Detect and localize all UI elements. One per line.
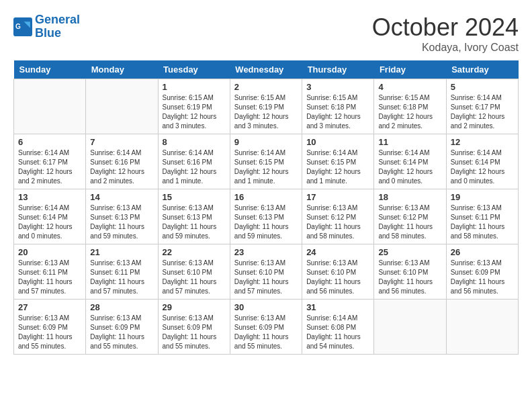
day-info: Sunrise: 6:14 AM Sunset: 6:08 PM Dayligh… <box>306 314 369 351</box>
day-number: 11 <box>378 137 441 147</box>
day-info: Sunrise: 6:13 AM Sunset: 6:09 PM Dayligh… <box>18 314 81 351</box>
calendar-cell <box>446 300 518 355</box>
col-saturday: Saturday <box>446 60 518 79</box>
calendar-cell: 14Sunrise: 6:13 AM Sunset: 6:13 PM Dayli… <box>86 189 158 244</box>
calendar-header: Sunday Monday Tuesday Wednesday Thursday… <box>14 60 519 79</box>
day-info: Sunrise: 6:14 AM Sunset: 6:15 PM Dayligh… <box>306 148 369 186</box>
day-info: Sunrise: 6:15 AM Sunset: 6:19 PM Dayligh… <box>234 93 298 131</box>
day-number: 1 <box>163 82 226 92</box>
day-info: Sunrise: 6:14 AM Sunset: 6:15 PM Dayligh… <box>234 148 298 186</box>
day-number: 18 <box>378 192 441 202</box>
calendar-cell: 25Sunrise: 6:13 AM Sunset: 6:10 PM Dayli… <box>374 244 446 300</box>
day-info: Sunrise: 6:13 AM Sunset: 6:10 PM Dayligh… <box>234 259 298 296</box>
calendar-cell: 1Sunrise: 6:15 AM Sunset: 6:19 PM Daylig… <box>158 79 230 134</box>
day-number: 17 <box>306 192 369 202</box>
logo-icon: G <box>13 17 32 36</box>
day-number: 4 <box>378 82 441 92</box>
col-thursday: Thursday <box>302 60 374 79</box>
day-info: Sunrise: 6:13 AM Sunset: 6:13 PM Dayligh… <box>90 203 153 241</box>
day-info: Sunrise: 6:14 AM Sunset: 6:14 PM Dayligh… <box>18 203 81 241</box>
day-number: 10 <box>306 137 369 147</box>
col-wednesday: Wednesday <box>230 60 302 79</box>
day-number: 22 <box>163 247 226 257</box>
day-info: Sunrise: 6:13 AM Sunset: 6:10 PM Dayligh… <box>163 259 226 296</box>
day-number: 13 <box>18 192 81 202</box>
day-info: Sunrise: 6:13 AM Sunset: 6:10 PM Dayligh… <box>306 259 369 296</box>
week-row-5: 27Sunrise: 6:13 AM Sunset: 6:09 PM Dayli… <box>14 300 519 355</box>
calendar-body: 1Sunrise: 6:15 AM Sunset: 6:19 PM Daylig… <box>14 79 519 355</box>
calendar-cell: 29Sunrise: 6:13 AM Sunset: 6:09 PM Dayli… <box>158 300 230 355</box>
calendar-cell <box>374 300 446 355</box>
week-row-1: 1Sunrise: 6:15 AM Sunset: 6:19 PM Daylig… <box>14 79 519 134</box>
logo-text: General Blue <box>35 13 80 40</box>
day-number: 12 <box>451 137 514 147</box>
calendar-cell: 30Sunrise: 6:13 AM Sunset: 6:09 PM Dayli… <box>230 300 302 355</box>
day-info: Sunrise: 6:13 AM Sunset: 6:12 PM Dayligh… <box>306 203 369 241</box>
logo-line1: General <box>35 13 80 26</box>
calendar-cell <box>86 79 158 134</box>
day-number: 7 <box>90 137 153 147</box>
day-number: 29 <box>163 302 226 312</box>
calendar-cell: 28Sunrise: 6:13 AM Sunset: 6:09 PM Dayli… <box>86 300 158 355</box>
svg-text:G: G <box>15 23 21 30</box>
day-number: 20 <box>18 247 81 257</box>
day-number: 19 <box>451 192 514 202</box>
day-number: 15 <box>163 192 226 202</box>
calendar-cell: 11Sunrise: 6:14 AM Sunset: 6:14 PM Dayli… <box>374 134 446 189</box>
calendar-cell: 20Sunrise: 6:13 AM Sunset: 6:11 PM Dayli… <box>14 244 86 300</box>
logo-line2: Blue <box>35 26 61 40</box>
calendar-cell: 7Sunrise: 6:14 AM Sunset: 6:16 PM Daylig… <box>86 134 158 189</box>
day-number: 28 <box>90 302 153 312</box>
title-area: October 2024 Kodaya, Ivory Coast <box>372 13 519 54</box>
day-info: Sunrise: 6:13 AM Sunset: 6:10 PM Dayligh… <box>378 259 441 296</box>
calendar-cell: 10Sunrise: 6:14 AM Sunset: 6:15 PM Dayli… <box>302 134 374 189</box>
day-info: Sunrise: 6:13 AM Sunset: 6:09 PM Dayligh… <box>451 259 514 296</box>
calendar-cell: 4Sunrise: 6:15 AM Sunset: 6:18 PM Daylig… <box>374 79 446 134</box>
calendar-cell: 5Sunrise: 6:14 AM Sunset: 6:17 PM Daylig… <box>446 79 518 134</box>
calendar-cell: 9Sunrise: 6:14 AM Sunset: 6:15 PM Daylig… <box>230 134 302 189</box>
col-tuesday: Tuesday <box>158 60 230 79</box>
calendar-cell: 26Sunrise: 6:13 AM Sunset: 6:09 PM Dayli… <box>446 244 518 300</box>
day-info: Sunrise: 6:14 AM Sunset: 6:14 PM Dayligh… <box>378 148 441 186</box>
calendar-table: Sunday Monday Tuesday Wednesday Thursday… <box>13 60 519 355</box>
calendar-cell: 17Sunrise: 6:13 AM Sunset: 6:12 PM Dayli… <box>302 189 374 244</box>
day-number: 9 <box>234 137 298 147</box>
calendar-cell: 19Sunrise: 6:13 AM Sunset: 6:11 PM Dayli… <box>446 189 518 244</box>
calendar-cell: 24Sunrise: 6:13 AM Sunset: 6:10 PM Dayli… <box>302 244 374 300</box>
day-number: 23 <box>234 247 298 257</box>
day-info: Sunrise: 6:13 AM Sunset: 6:11 PM Dayligh… <box>451 203 514 241</box>
day-number: 6 <box>18 137 81 147</box>
day-info: Sunrise: 6:13 AM Sunset: 6:09 PM Dayligh… <box>163 314 226 351</box>
day-info: Sunrise: 6:14 AM Sunset: 6:16 PM Dayligh… <box>90 148 153 186</box>
calendar-cell: 6Sunrise: 6:14 AM Sunset: 6:17 PM Daylig… <box>14 134 86 189</box>
day-info: Sunrise: 6:13 AM Sunset: 6:12 PM Dayligh… <box>378 203 441 241</box>
logo: G General Blue <box>13 13 80 40</box>
calendar-cell: 15Sunrise: 6:13 AM Sunset: 6:13 PM Dayli… <box>158 189 230 244</box>
day-number: 21 <box>90 247 153 257</box>
col-sunday: Sunday <box>14 60 86 79</box>
day-info: Sunrise: 6:14 AM Sunset: 6:14 PM Dayligh… <box>451 148 514 186</box>
day-info: Sunrise: 6:15 AM Sunset: 6:19 PM Dayligh… <box>163 93 226 131</box>
day-number: 3 <box>306 82 369 92</box>
day-number: 5 <box>451 82 514 92</box>
day-info: Sunrise: 6:13 AM Sunset: 6:13 PM Dayligh… <box>234 203 298 241</box>
day-info: Sunrise: 6:15 AM Sunset: 6:18 PM Dayligh… <box>306 93 369 131</box>
day-info: Sunrise: 6:14 AM Sunset: 6:17 PM Dayligh… <box>18 148 81 186</box>
calendar-cell: 21Sunrise: 6:13 AM Sunset: 6:11 PM Dayli… <box>86 244 158 300</box>
week-row-3: 13Sunrise: 6:14 AM Sunset: 6:14 PM Dayli… <box>14 189 519 244</box>
calendar-cell: 27Sunrise: 6:13 AM Sunset: 6:09 PM Dayli… <box>14 300 86 355</box>
day-number: 26 <box>451 247 514 257</box>
day-info: Sunrise: 6:15 AM Sunset: 6:18 PM Dayligh… <box>378 93 441 131</box>
week-row-4: 20Sunrise: 6:13 AM Sunset: 6:11 PM Dayli… <box>14 244 519 300</box>
calendar-cell: 2Sunrise: 6:15 AM Sunset: 6:19 PM Daylig… <box>230 79 302 134</box>
month-title: October 2024 <box>372 13 519 42</box>
day-number: 31 <box>306 302 369 312</box>
day-number: 27 <box>18 302 81 312</box>
calendar-cell: 16Sunrise: 6:13 AM Sunset: 6:13 PM Dayli… <box>230 189 302 244</box>
calendar-cell: 3Sunrise: 6:15 AM Sunset: 6:18 PM Daylig… <box>302 79 374 134</box>
day-info: Sunrise: 6:14 AM Sunset: 6:17 PM Dayligh… <box>451 93 514 131</box>
calendar-cell: 23Sunrise: 6:13 AM Sunset: 6:10 PM Dayli… <box>230 244 302 300</box>
day-number: 14 <box>90 192 153 202</box>
calendar-cell <box>14 79 86 134</box>
calendar-cell: 13Sunrise: 6:14 AM Sunset: 6:14 PM Dayli… <box>14 189 86 244</box>
